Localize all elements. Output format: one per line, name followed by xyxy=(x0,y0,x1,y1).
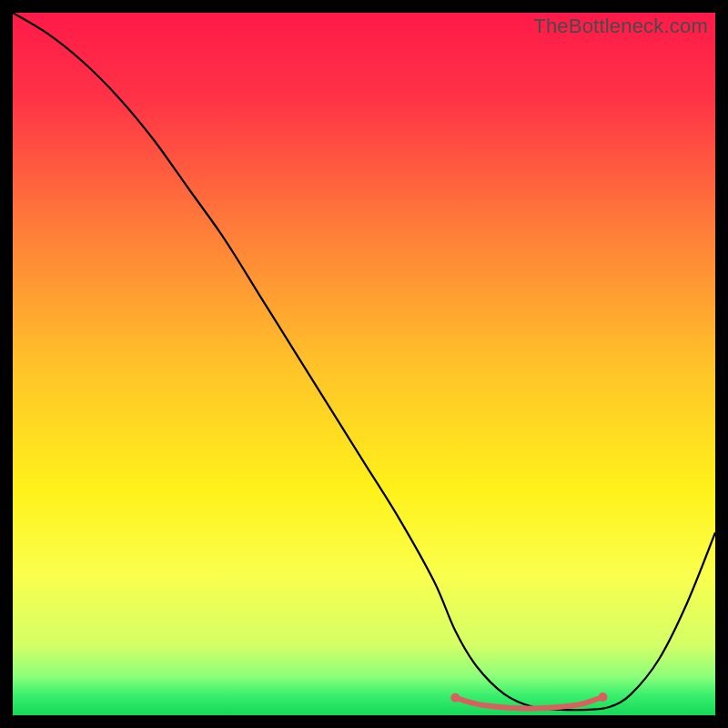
svg-rect-0 xyxy=(13,13,715,715)
watermark-label: TheBottleneck.com xyxy=(533,15,708,38)
gradient-background xyxy=(13,13,715,715)
chart-frame: TheBottleneck.com xyxy=(13,13,715,715)
